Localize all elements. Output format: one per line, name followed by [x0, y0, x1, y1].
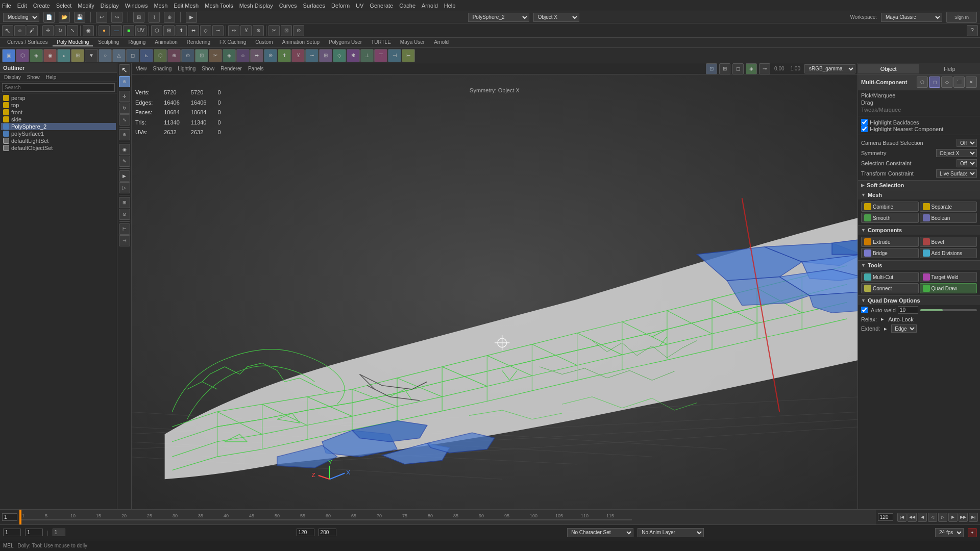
- menu-mesh[interactable]: Mesh: [154, 3, 167, 9]
- menu-uv[interactable]: UV: [356, 3, 363, 9]
- extend-selector[interactable]: Edge: [891, 324, 917, 333]
- snap-grid-btn[interactable]: ⊞: [133, 12, 144, 23]
- camera-based-selector[interactable]: Off: [957, 139, 977, 147]
- extrude-btn[interactable]: Extrude: [861, 237, 919, 247]
- menu-select[interactable]: Select: [56, 3, 72, 9]
- range-start-input[interactable]: [2, 513, 17, 521]
- menu-generate[interactable]: Generate: [370, 3, 393, 9]
- extrude-tb-btn[interactable]: ⬆: [176, 25, 187, 36]
- undo-btn[interactable]: ↩: [96, 12, 107, 23]
- multi-cut-btn[interactable]: Multi-Cut: [861, 272, 919, 282]
- shelf-icon-18[interactable]: ⌾: [236, 49, 250, 62]
- outliner-item-defaultobjectset[interactable]: defaultObjectSet: [1, 144, 116, 152]
- targweld-tb-btn[interactable]: ⊙: [293, 25, 304, 36]
- bridge-btn[interactable]: Bridge: [861, 248, 919, 258]
- vp-icon-3[interactable]: ◻: [732, 63, 744, 74]
- bridge-tb-btn[interactable]: ⬌: [188, 25, 199, 36]
- search-input[interactable]: [2, 83, 115, 92]
- shelf-icon-8[interactable]: ○: [99, 49, 112, 62]
- workspace-selector[interactable]: Maya Classic: [881, 13, 942, 22]
- shelf-tab-animsetup[interactable]: Animation Setup: [278, 39, 324, 46]
- smooth-btn[interactable]: Smooth: [861, 213, 919, 223]
- separate-btn[interactable]: Separate: [920, 202, 977, 212]
- highlight-nearest-checkbox[interactable]: [861, 126, 868, 132]
- shelf-tab-polygonsuser[interactable]: Polygons User: [325, 39, 366, 46]
- rotate-lt-btn[interactable]: ↻: [119, 103, 130, 114]
- save-scene-btn[interactable]: 💾: [74, 12, 85, 23]
- scale-tool-btn[interactable]: ⤡: [67, 25, 78, 36]
- quad-draw-btn[interactable]: Quad Draw: [920, 283, 977, 293]
- paint-select-btn[interactable]: ⊛: [119, 76, 130, 87]
- mc-icon-close[interactable]: ✕: [966, 77, 977, 88]
- loop-cut-btn[interactable]: ⊸: [212, 25, 224, 36]
- shelf-icon-22[interactable]: ⊻: [291, 49, 305, 62]
- show-manip-btn[interactable]: ⊕: [119, 129, 130, 140]
- shelf-icon-30[interactable]: ⊢: [402, 49, 415, 62]
- sub-frame-input[interactable]: [25, 529, 43, 536]
- outliner-item-polysphere2[interactable]: PolySphere_2: [1, 123, 116, 130]
- vp-icon-5[interactable]: ⊸: [759, 63, 770, 74]
- symmetry-selector[interactable]: Object X: [936, 149, 977, 157]
- outliner-item-defaultlightset[interactable]: defaultLightSet: [1, 137, 116, 144]
- add-divisions-btn[interactable]: Add Divisions: [920, 248, 977, 258]
- shelf-icon-6[interactable]: ⊞: [71, 49, 84, 62]
- tools-section-header[interactable]: ▼ Tools: [858, 260, 980, 270]
- lasso-tool-btn[interactable]: ⌾: [14, 25, 26, 36]
- shelf-tab-polymodeling[interactable]: Poly Modeling: [53, 39, 93, 46]
- render-lt-btn[interactable]: ▶: [119, 170, 130, 182]
- shelf-icon-26[interactable]: ✱: [347, 49, 360, 62]
- shelf-icon-28[interactable]: ⊤: [374, 49, 387, 62]
- fps-selector[interactable]: 24 fps: [935, 528, 964, 537]
- display-layers-btn[interactable]: ⊣: [119, 235, 130, 246]
- rp-tab-object[interactable]: Object: [858, 64, 919, 73]
- mesh-section-header[interactable]: ▼ Mesh: [858, 190, 980, 199]
- 3d-viewport-svg[interactable]: X Y Z: [132, 74, 857, 509]
- shelf-icon-16[interactable]: ✂: [209, 49, 222, 62]
- shelf-icon-15[interactable]: ⊡: [195, 49, 208, 62]
- transform-constraint-selector[interactable]: Live Surface: [936, 169, 977, 178]
- menu-file[interactable]: File: [2, 3, 11, 9]
- play-forward-btn[interactable]: ▷: [938, 513, 947, 522]
- menu-curves[interactable]: Curves: [279, 3, 297, 9]
- shelf-icon-10[interactable]: ◻: [126, 49, 139, 62]
- bevel-btn[interactable]: Bevel: [920, 237, 977, 247]
- shelf-icon-23[interactable]: ⊸: [305, 49, 318, 62]
- shelf-icon-11[interactable]: ⊾: [140, 49, 153, 62]
- shelf-icon-21[interactable]: ⬆: [278, 49, 291, 62]
- menu-modify[interactable]: Modify: [78, 3, 94, 9]
- lighting-menu-btn[interactable]: Lighting: [176, 65, 198, 72]
- select-mode-selector[interactable]: Object X: [533, 13, 579, 22]
- remesh-btn[interactable]: ⊛: [253, 25, 264, 36]
- shelf-tab-fxcaching[interactable]: FX Caching: [215, 39, 250, 46]
- prev-keyframe-btn[interactable]: ◀◀: [908, 513, 917, 522]
- selection-constraint-selector[interactable]: Off: [957, 159, 977, 167]
- shelf-icon-7[interactable]: ▼: [85, 49, 98, 62]
- end-frame-display[interactable]: [297, 529, 314, 536]
- outliner-item-persp[interactable]: persp: [1, 94, 116, 102]
- quad-draw-options-header[interactable]: ▼ Quad Draw Options: [858, 295, 980, 305]
- outliner-item-front[interactable]: front: [1, 109, 116, 116]
- prev-frame-btn[interactable]: ◀: [918, 513, 927, 522]
- vp-icon-4[interactable]: ◈: [746, 63, 757, 74]
- auto-weld-value-input[interactable]: [898, 306, 918, 314]
- shelf-icon-14[interactable]: ⊙: [181, 49, 194, 62]
- shelf-icon-13[interactable]: ⊕: [167, 49, 181, 62]
- rp-tab-help[interactable]: Help: [919, 64, 981, 73]
- input-frame[interactable]: [53, 529, 65, 536]
- paint-tool-btn[interactable]: 🖌: [27, 25, 38, 36]
- shelf-icon-12[interactable]: ⬡: [154, 49, 167, 62]
- goto-start-btn[interactable]: |◀: [897, 513, 906, 522]
- highlight-backfaces-checkbox[interactable]: [861, 119, 868, 126]
- shelf-icon-1[interactable]: ▣: [2, 49, 15, 62]
- menu-meshtools[interactable]: Mesh Tools: [205, 3, 233, 9]
- menu-create[interactable]: Create: [33, 3, 50, 9]
- components-section-header[interactable]: ▼ Components: [858, 225, 980, 235]
- multicut-tb-btn[interactable]: ✂: [268, 25, 280, 36]
- redo-btn[interactable]: ↪: [111, 12, 122, 23]
- select-tool-btn[interactable]: ↖: [2, 25, 13, 36]
- outliner-tab-help[interactable]: Help: [44, 74, 59, 81]
- mc-icon-sphere[interactable]: ⬡: [917, 77, 928, 88]
- shelf-tab-turtle[interactable]: TURTLE: [367, 39, 395, 46]
- help-btn[interactable]: ?: [967, 25, 978, 36]
- menu-deform[interactable]: Deform: [331, 3, 350, 9]
